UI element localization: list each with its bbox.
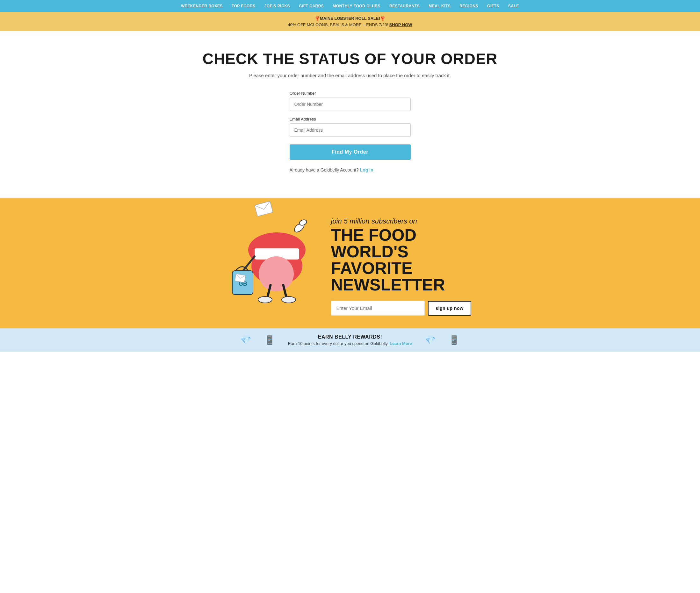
banner-emoji-left: 🦞 [315,16,320,21]
nav-joes-picks[interactable]: JOE'S PICKS [260,4,294,8]
newsletter-text-block: join 5 million subscribers on THE FOOD W… [331,217,471,316]
login-prompt: Already have a Goldbelly Account? Log In [290,167,411,172]
newsletter-heading-line1: THE FOOD WORLD'S [331,226,417,261]
rewards-phone-icon-right: 📱 [449,335,460,345]
nav-gift-cards[interactable]: GIFT CARDS [294,4,328,8]
promo-banner: 🦞MAINE LOBSTER ROLL SALE!🦞 40% OFF MCLOO… [0,12,700,31]
svg-rect-0 [255,201,273,216]
login-prompt-text: Already have a Goldbelly Account? [290,167,359,172]
nav-sale[interactable]: SALE [504,4,523,8]
svg-rect-14 [235,274,245,282]
email-address-input[interactable] [290,123,411,137]
order-number-input[interactable] [290,97,411,111]
banner-cta-link[interactable]: SHOP NOW [389,22,412,27]
nav-meal-kits[interactable]: MEAL KITS [424,4,455,8]
order-form: Order Number Email Address Find My Order… [290,91,411,172]
page-subtitle: Please enter your order number and the e… [6,73,694,78]
newsletter-heading-line2: FAVORITE NEWSLETTER [331,259,445,294]
main-nav: WEEKENDER BOXES TOP FOODS JOE'S PICKS GI… [0,0,700,12]
rewards-learn-more-link[interactable]: Learn More [390,341,412,346]
rewards-phone-icon-left: 📱 [264,335,275,345]
order-number-label: Order Number [290,91,411,96]
nav-gifts[interactable]: GIFTS [483,4,504,8]
rewards-icon-right: 💎 [425,335,436,345]
newsletter-join-line: join 5 million subscribers on [331,217,471,226]
rewards-body-text: Earn 10 points for every dollar you spen… [288,341,389,346]
rewards-text-block: EARN BELLY REWARDS! Earn 10 points for e… [288,334,412,346]
svg-point-13 [282,296,296,303]
svg-point-6 [259,256,294,291]
nav-regions[interactable]: REGIONS [455,4,483,8]
rewards-icon-left: 💎 [240,335,251,345]
banner-title: MAINE LOBSTER ROLL SALE! [320,16,380,21]
newsletter-heading: THE FOOD WORLD'S FAVORITE NEWSLETTER [331,227,471,293]
login-link[interactable]: Log In [360,167,374,172]
find-order-button[interactable]: Find My Order [290,145,411,160]
nav-monthly-food-clubs[interactable]: MONTHLY FOOD CLUBS [328,4,385,8]
nav-restaurants[interactable]: RESTAURANTS [385,4,424,8]
nav-top-foods[interactable]: TOP FOODS [227,4,260,8]
newsletter-mascot: GB [229,199,318,309]
order-number-group: Order Number [290,91,411,111]
rewards-bar: 💎 📱 EARN BELLY REWARDS! Earn 10 points f… [0,328,700,352]
newsletter-section: GB join 5 million subscribers on THE FOO… [0,198,700,328]
banner-emoji-right: 🦞 [380,16,385,21]
email-address-label: Email Address [290,117,411,121]
newsletter-email-input[interactable] [331,301,425,316]
newsletter-form: sign up now [331,301,471,316]
email-address-group: Email Address [290,117,411,137]
rewards-heading: EARN BELLY REWARDS! [288,334,412,340]
banner-subtitle: 40% OFF MCLOONS, BEAL'S & MORE – ENDS 7/… [288,22,388,27]
page-title: CHECK THE STATUS OF YOUR ORDER [6,50,694,68]
svg-point-12 [258,296,272,303]
newsletter-signup-button[interactable]: sign up now [428,301,471,316]
main-content: CHECK THE STATUS OF YOUR ORDER Please en… [0,31,700,198]
nav-weekender-boxes[interactable]: WEEKENDER BOXES [177,4,227,8]
